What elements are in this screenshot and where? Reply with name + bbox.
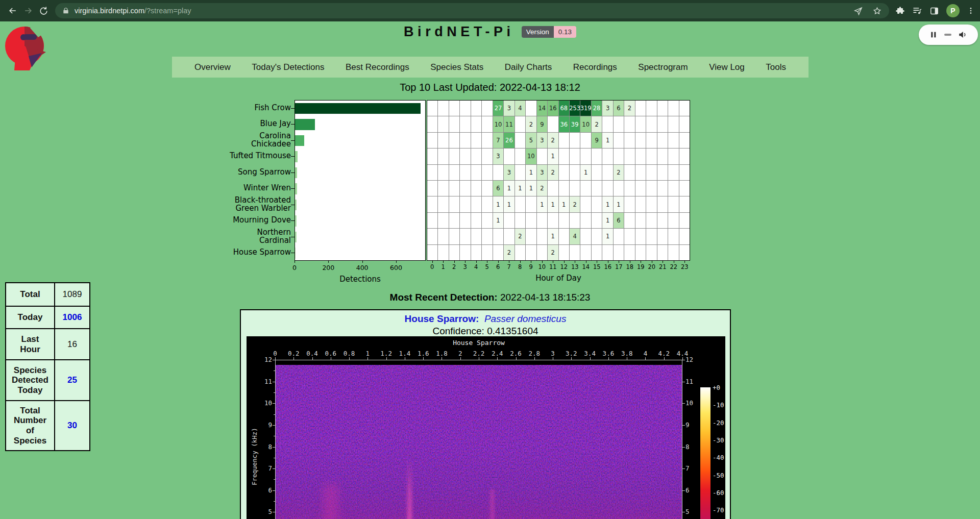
heatmap-cell (635, 213, 646, 228)
heatmap-cell (493, 229, 503, 244)
bar-category-label: House Sparrow (209, 245, 291, 261)
hour-tick (465, 261, 465, 263)
profile-avatar[interactable]: P (946, 4, 960, 17)
spec-xtick (664, 357, 665, 360)
heatmap-cell (592, 149, 602, 164)
reload-icon (39, 6, 48, 16)
browser-toolbar: virginia.birdnetpi.com/?stream=play P (0, 0, 980, 21)
heatmap-cell (657, 213, 668, 228)
heatmap-cell (624, 116, 634, 132)
hour-tick-label: 17 (615, 263, 623, 270)
heatmap-cell (438, 101, 448, 116)
spec-ytick (682, 447, 685, 448)
heatmap-cell: 1 (526, 165, 536, 180)
heatmap-cell (570, 213, 580, 228)
heatmap-cell: 68 (559, 101, 569, 116)
detection-common-name[interactable]: House Sparrow: (405, 313, 479, 324)
heatmap-cell: 9 (592, 133, 602, 148)
heatmap-cell (570, 181, 580, 196)
spectrogram-image: House Sparrow Frequency (kHz) 00.20.40.6… (247, 336, 725, 519)
nav-item-overview[interactable]: Overview (194, 62, 231, 72)
spec-xtick-label: 1.6 (418, 350, 429, 357)
reload-button[interactable] (36, 3, 51, 18)
heatmap-cell (471, 133, 481, 148)
hour-tick (487, 261, 487, 263)
hour-tick-label: 8 (518, 263, 522, 270)
heatmap-cell (449, 181, 459, 196)
heatmap-cell (668, 245, 678, 260)
spec-xtick (423, 357, 424, 360)
y-axis-tick (291, 237, 295, 237)
heatmap-cell: 1 (602, 133, 612, 148)
heatmap-cell: 4 (515, 101, 525, 116)
hour-tick (674, 261, 674, 263)
media-controls-icon[interactable] (912, 6, 922, 16)
nav-item-best-recordings[interactable]: Best Recordings (346, 62, 409, 72)
hour-tick (652, 261, 652, 263)
heatmap-cell (515, 245, 525, 260)
heatmap-cell (624, 149, 634, 164)
nav-item-spectrogram[interactable]: Spectrogram (638, 62, 688, 72)
spec-xtick-label: 3.8 (621, 350, 633, 357)
stats-value[interactable]: 1006 (55, 306, 90, 329)
extensions-icon[interactable] (895, 6, 905, 16)
heatmap-cell (526, 196, 536, 212)
address-bar[interactable]: virginia.birdnetpi.com/?stream=play (55, 3, 889, 18)
nav-item-species-stats[interactable]: Species Stats (430, 62, 483, 72)
nav-item-tools[interactable]: Tools (766, 62, 786, 72)
heatmap-cell (438, 213, 448, 228)
send-icon[interactable] (853, 6, 863, 16)
spec-minor-tick (274, 436, 275, 436)
heatmap-cell (679, 196, 690, 212)
heatmap-cell (646, 181, 656, 196)
heatmap-cell (614, 229, 624, 244)
side-panel-icon[interactable] (929, 6, 939, 16)
y-axis-tick (291, 220, 295, 221)
hour-tick (520, 261, 521, 263)
heatmap-cell (537, 245, 547, 260)
heatmap-cell (668, 133, 678, 148)
stats-value[interactable]: 25 (55, 360, 90, 401)
heatmap-cell (646, 245, 656, 260)
heatmap-cell (657, 181, 668, 196)
bar-category-label: Northern Cardinal (209, 229, 291, 245)
spec-ytick (682, 403, 685, 404)
nav-item-daily-charts[interactable]: Daily Charts (505, 62, 552, 72)
menu-kebab-icon[interactable] (967, 6, 975, 15)
heatmap-cell (602, 165, 612, 180)
heatmap-cell: 10 (526, 149, 536, 164)
heatmap-cell (592, 181, 602, 196)
heatmap-cell (657, 165, 668, 180)
heatmap-cell: 2 (504, 245, 514, 260)
stats-row: Species Detected Today25 (6, 360, 90, 401)
x-axis-tick-label: 0 (292, 264, 297, 271)
heatmap-cell: 1 (526, 181, 536, 196)
hour-tick-label: 0 (430, 263, 434, 270)
nav-item-view-log[interactable]: View Log (709, 62, 745, 72)
spec-ytick-label-right: 7 (685, 464, 690, 472)
hour-tick (619, 261, 619, 263)
forward-button[interactable] (20, 3, 36, 18)
confidence-value: 0.41351604 (487, 326, 538, 336)
heatmap-cell (427, 101, 437, 116)
heatmap-cell: 1 (515, 181, 525, 196)
heatmap-cell (614, 149, 624, 164)
heatmap-cell (646, 101, 656, 116)
stats-value[interactable]: 30 (55, 401, 90, 451)
heatmap-cell (460, 149, 470, 164)
heatmap-cell: 1 (602, 196, 612, 212)
hour-tick (531, 261, 531, 263)
stats-row: Last Hour16 (6, 329, 90, 360)
nav-item-recordings[interactable]: Recordings (573, 62, 617, 72)
spec-minor-tick (274, 370, 275, 371)
heatmap-cell (668, 116, 678, 132)
back-button[interactable] (5, 3, 20, 18)
bookmark-star-icon[interactable] (872, 6, 882, 16)
spec-ytick-label-left: 5 (255, 508, 272, 515)
nav-item-today-s-detections[interactable]: Today's Detections (252, 62, 324, 72)
detection-scientific-name[interactable]: Passer domesticus (484, 313, 567, 324)
hour-tick-label: 14 (582, 263, 590, 270)
heatmap-cell (493, 245, 503, 260)
stats-value: 16 (55, 329, 90, 360)
hour-tick (641, 261, 641, 263)
